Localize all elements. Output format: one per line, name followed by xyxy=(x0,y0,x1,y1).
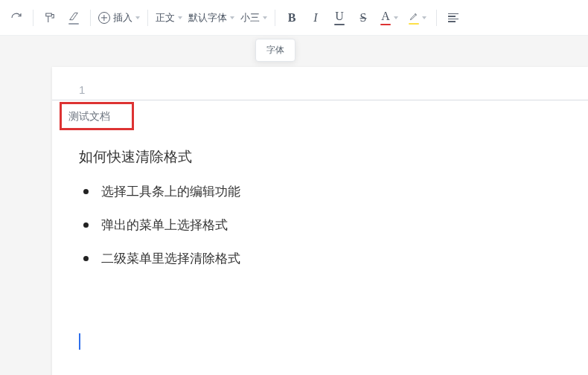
insert-label: 插入 xyxy=(113,11,132,25)
font-size-dropdown[interactable]: 小三 xyxy=(237,6,270,30)
clear-format-icon xyxy=(68,11,80,25)
chevron-down-icon xyxy=(394,16,398,19)
underline-icon: U xyxy=(334,10,345,25)
chevron-down-icon xyxy=(263,16,267,19)
toolbar-separator xyxy=(147,10,148,26)
clear-format-button[interactable] xyxy=(62,6,86,30)
document-page[interactable]: 1 测试文档 如何快速清除格式 选择工具条上的编辑功能 弹出的菜单上选择格式 二… xyxy=(52,67,588,375)
redo-button[interactable] xyxy=(4,6,28,30)
redo-icon xyxy=(10,11,23,25)
highlight-button[interactable] xyxy=(403,6,432,30)
font-size-label: 小三 xyxy=(240,11,260,25)
format-painter-button[interactable] xyxy=(38,6,62,30)
document-body[interactable]: 如何快速清除格式 选择工具条上的编辑功能 弹出的菜单上选择格式 二级菜单里选择清… xyxy=(52,67,588,267)
text-color-button[interactable]: A xyxy=(375,6,403,30)
page-number: 1 xyxy=(79,83,85,96)
page-container: 1 测试文档 如何快速清除格式 选择工具条上的编辑功能 弹出的菜单上选择格式 二… xyxy=(0,36,588,375)
list-item: 选择工具条上的编辑功能 xyxy=(79,183,561,200)
paragraph-style-label: 正文 xyxy=(156,11,175,25)
font-tooltip-text: 字体 xyxy=(266,45,284,55)
page-header-title: 测试文档 xyxy=(64,110,115,124)
header-separator xyxy=(52,100,588,100)
chevron-down-icon xyxy=(135,16,140,19)
chevron-down-icon xyxy=(422,16,426,19)
highlight-icon xyxy=(409,11,419,25)
paragraph-style-dropdown[interactable]: 正文 xyxy=(153,6,185,30)
chevron-down-icon xyxy=(178,16,182,19)
text-color-icon: A xyxy=(380,10,391,25)
toolbar: 插入 正文 默认字体 小三 B I U S A xyxy=(0,0,588,36)
strikethrough-icon: S xyxy=(360,12,367,24)
format-painter-icon xyxy=(43,11,57,25)
bold-icon: B xyxy=(288,12,296,24)
toolbar-separator xyxy=(90,10,91,26)
align-button[interactable] xyxy=(441,6,465,30)
chevron-down-icon xyxy=(230,16,234,19)
document-heading: 如何快速清除格式 xyxy=(79,147,561,167)
text-cursor xyxy=(79,333,80,350)
list-item: 弹出的菜单上选择格式 xyxy=(79,217,561,234)
plus-circle-icon xyxy=(98,12,110,24)
bullet-list: 选择工具条上的编辑功能 弹出的菜单上选择格式 二级菜单里选择清除格式 xyxy=(79,183,561,267)
bold-button[interactable]: B xyxy=(280,6,304,30)
toolbar-separator xyxy=(275,10,275,26)
align-icon xyxy=(448,12,458,24)
toolbar-separator xyxy=(33,10,33,26)
font-family-dropdown[interactable]: 默认字体 xyxy=(185,6,237,30)
font-tooltip: 字体 xyxy=(255,39,295,62)
underline-button[interactable]: U xyxy=(327,6,351,30)
toolbar-separator xyxy=(436,10,437,26)
font-family-label: 默认字体 xyxy=(188,11,227,25)
list-item: 二级菜单里选择清除格式 xyxy=(79,250,561,267)
italic-button[interactable]: I xyxy=(304,6,327,30)
strikethrough-button[interactable]: S xyxy=(351,6,375,30)
italic-icon: I xyxy=(313,12,317,24)
insert-dropdown[interactable]: 插入 xyxy=(95,6,143,30)
